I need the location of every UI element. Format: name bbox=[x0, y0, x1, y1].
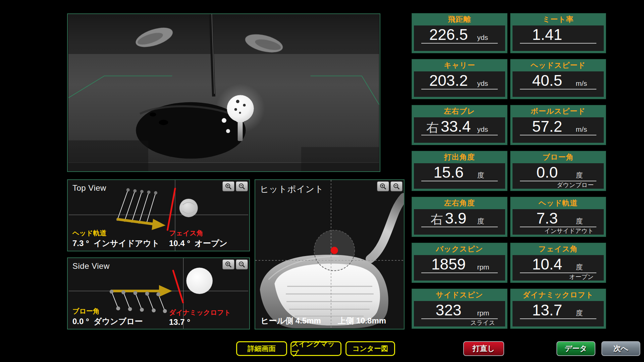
metric-label: 左右ブレ bbox=[444, 106, 475, 116]
side-view-title: Side View bbox=[72, 261, 110, 271]
metric-card-launch-angle: 打出角度15.6度 bbox=[412, 151, 507, 191]
metrics-column-left: 飛距離226.5ydsキャリー203.2yds左右ブレ右33.4yds打出角度1… bbox=[412, 13, 507, 328]
metrics-column-right: ミート率1.41ヘッドスピード40.5m/sボールスピード57.2m/sブロー角… bbox=[511, 13, 606, 328]
metric-number: 1859 bbox=[431, 255, 466, 273]
metric-card-blow-angle: ブロー角0.0度ダウンブロー bbox=[511, 151, 606, 191]
contour-map-button[interactable]: コンター図 bbox=[345, 341, 395, 356]
zoom-in-icon[interactable] bbox=[222, 181, 234, 191]
metric-sub-label: ダウンブロー bbox=[513, 181, 604, 189]
metric-sub-label bbox=[414, 44, 505, 51]
zoom-in-icon[interactable] bbox=[377, 181, 389, 191]
golf-tee bbox=[238, 120, 243, 141]
blow-angle-value: 0.0 ° ダウンブロー bbox=[72, 316, 143, 327]
metric-label: キャリー bbox=[444, 60, 475, 70]
retry-shot-button[interactable]: 打直し bbox=[463, 341, 504, 356]
metric-value: 203.2 bbox=[421, 72, 476, 89]
metric-unit: 度 bbox=[476, 171, 498, 180]
metric-unit: yds bbox=[476, 79, 498, 87]
metric-number: 203.2 bbox=[429, 72, 468, 89]
metric-value: 57.2 bbox=[520, 118, 574, 135]
metric-value: 右3.9 bbox=[421, 210, 476, 228]
metric-card-ball-speed: ボールスピード57.2m/s bbox=[511, 105, 606, 145]
metric-value: 7.3 bbox=[520, 210, 574, 227]
zoom-out-icon[interactable] bbox=[236, 181, 248, 191]
metric-sub-label: オープン bbox=[513, 273, 604, 281]
heel-offset-value: ヒール側 4.5mm bbox=[261, 315, 321, 326]
data-button[interactable]: データ bbox=[556, 341, 595, 356]
metric-value: 右33.4 bbox=[421, 118, 476, 136]
launch-monitor-screen: Top View bbox=[0, 0, 644, 362]
zoom-in-icon[interactable] bbox=[222, 259, 234, 269]
metric-card-back-spin: バックスピン1859rpm bbox=[412, 243, 507, 283]
metric-sub-label bbox=[414, 89, 505, 97]
hit-point-panel: ヒットポイント bbox=[255, 179, 405, 329]
metric-sub-label bbox=[414, 273, 505, 281]
metric-unit: rpm bbox=[476, 263, 498, 271]
next-button[interactable]: 次へ bbox=[601, 341, 640, 356]
metric-number: 0.0 bbox=[536, 164, 558, 181]
metric-number: 1.41 bbox=[532, 26, 562, 43]
metric-card-face-angle: フェイス角10.4度オープン bbox=[511, 243, 606, 283]
metric-label: フェイス角 bbox=[538, 244, 578, 254]
metric-unit: m/s bbox=[574, 79, 596, 87]
metric-card-smash-factor: ミート率1.41 bbox=[511, 13, 606, 53]
top-view-title: Top View bbox=[72, 183, 106, 193]
club-path-value: 7.3 ° インサイドアウト bbox=[72, 238, 159, 249]
blow-angle-label: ブロー角 bbox=[72, 307, 143, 316]
metric-value: 40.5 bbox=[520, 72, 574, 89]
metric-unit: 度 bbox=[574, 262, 596, 272]
metric-sub-label bbox=[414, 181, 505, 189]
metric-card-carry: キャリー203.2yds bbox=[412, 59, 507, 99]
club-path-arrow bbox=[111, 285, 172, 297]
metric-number: 57.2 bbox=[532, 118, 562, 135]
metric-sub-label bbox=[513, 89, 604, 97]
metric-card-direction-angle: 左右角度右3.9度 bbox=[412, 197, 507, 237]
metric-sub-label bbox=[414, 135, 505, 143]
ball-graphic bbox=[186, 267, 213, 294]
metric-card-club-path: ヘッド軌道7.3度インサイドアウト bbox=[511, 197, 606, 237]
metric-value: 1859 bbox=[421, 256, 476, 273]
metric-unit: 度 bbox=[476, 217, 498, 226]
metric-number: 3.9 bbox=[445, 209, 467, 227]
side-view-panel: Side View bbox=[67, 257, 250, 329]
hit-point-title: ヒットポイント bbox=[260, 183, 324, 195]
ball-graphic bbox=[179, 199, 198, 217]
metric-label: ダイナミックロフト bbox=[523, 290, 594, 300]
swing-map-button[interactable]: スイングマップ bbox=[290, 341, 341, 356]
top-offset-value: 上側 10.8mm bbox=[338, 315, 386, 326]
metric-number: 13.7 bbox=[532, 301, 562, 319]
metric-label: ボールスピード bbox=[531, 106, 586, 116]
metric-direction-prefix: 右 bbox=[426, 121, 439, 134]
detail-screen-button[interactable]: 詳細画面 bbox=[236, 341, 287, 356]
hosel-shaft bbox=[370, 197, 404, 259]
zoom-out-icon[interactable] bbox=[390, 181, 402, 191]
metric-number: 226.5 bbox=[429, 26, 468, 43]
metric-sub-label: スライス bbox=[414, 319, 505, 326]
metric-card-total-distance: 飛距離226.5yds bbox=[412, 13, 507, 53]
metric-sub-label bbox=[513, 135, 604, 143]
metric-label: ヘッドスピード bbox=[531, 60, 586, 70]
metric-number: 10.4 bbox=[532, 255, 562, 273]
metric-sub-label bbox=[513, 44, 604, 51]
top-view-panel: Top View bbox=[67, 179, 250, 251]
metric-card-dynamic-loft: ダイナミックロフト13.7度 bbox=[511, 289, 606, 328]
metric-direction-prefix: 右 bbox=[431, 213, 443, 226]
metric-label: 飛距離 bbox=[448, 14, 471, 24]
golf-ball bbox=[227, 95, 254, 122]
metric-label: 打出角度 bbox=[444, 152, 475, 162]
metric-unit: 度 bbox=[574, 171, 596, 180]
face-angle-value: 10.4 ° オープン bbox=[169, 238, 227, 249]
metric-sub-label bbox=[414, 227, 505, 235]
zoom-out-icon[interactable] bbox=[236, 259, 248, 269]
metric-unit: 度 bbox=[574, 217, 596, 226]
camera-image bbox=[68, 14, 380, 171]
metric-label: ミート率 bbox=[542, 14, 574, 24]
club-face-graphic bbox=[255, 180, 404, 329]
metric-sub-label bbox=[513, 319, 604, 326]
metric-number: 33.4 bbox=[441, 118, 471, 135]
dynamic-loft-line bbox=[173, 270, 183, 302]
metric-unit: rpm bbox=[476, 309, 498, 317]
face-angle-label: フェイス角 bbox=[169, 229, 227, 238]
dynamic-loft-value: 13.7 ° bbox=[169, 317, 231, 327]
club-path-label: ヘッド軌道 bbox=[72, 229, 159, 238]
